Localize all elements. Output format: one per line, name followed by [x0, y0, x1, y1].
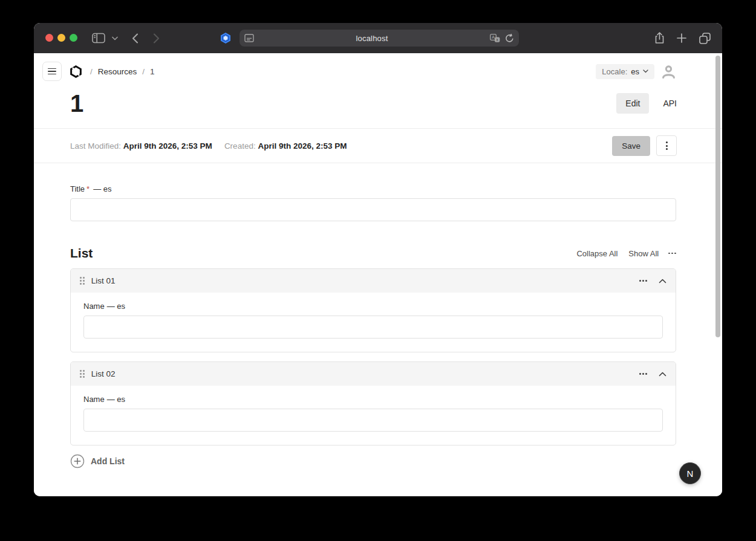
tab-api[interactable]: API [663, 99, 677, 108]
row-more-options-button[interactable] [639, 373, 647, 375]
list-row-label: List 01 [91, 276, 116, 285]
share-icon[interactable] [654, 23, 665, 53]
breadcrumb-separator: / [90, 67, 93, 76]
sidebar-toggle-icon[interactable] [92, 23, 105, 53]
created-label: Created: [224, 141, 256, 151]
forward-icon[interactable] [153, 23, 160, 53]
list-row-2-body: Name— es [71, 386, 676, 445]
title-field-label: Title*— es [70, 184, 676, 193]
scrollbar-thumb[interactable] [715, 56, 720, 337]
name-input-2[interactable] [83, 409, 663, 432]
breadcrumb-current: 1 [150, 67, 155, 76]
list-section-header: List Collapse All Show All [70, 246, 676, 261]
list-row-label: List 02 [91, 369, 116, 378]
zoom-window-button[interactable] [70, 34, 77, 42]
svg-text:A: A [492, 34, 495, 40]
name-input-1[interactable] [83, 316, 663, 339]
chevron-down-icon [643, 70, 648, 73]
traffic-lights [45, 34, 77, 42]
locale-label: Locale: [602, 67, 627, 76]
address-bar[interactable]: localhost Ax [240, 30, 519, 47]
title-input[interactable] [70, 198, 676, 221]
last-modified-label: Last Modified: [70, 141, 121, 151]
minimize-window-button[interactable] [57, 34, 65, 42]
new-tab-icon[interactable] [677, 23, 686, 53]
kebab-icon [666, 141, 668, 143]
add-list-label: Add List [91, 456, 125, 466]
list-row-1: List 01 Name— es [70, 268, 676, 352]
required-marker: * [86, 184, 90, 193]
document-meta-bar: Last Modified: April 9th 2026, 2:53 PM C… [34, 128, 722, 163]
breadcrumb-separator: / [142, 67, 145, 76]
created-value: April 9th 2026, 2:53 PM [258, 141, 347, 151]
url-text[interactable]: localhost [254, 34, 490, 43]
drag-handle-icon[interactable] [80, 370, 85, 378]
list-row-2: List 02 Name— es [70, 361, 676, 445]
doc-more-options-button[interactable] [656, 135, 677, 156]
nextjs-dev-badge[interactable]: N [679, 462, 701, 484]
collapse-all-button[interactable]: Collapse All [576, 249, 618, 258]
list-row-2-header[interactable]: List 02 [71, 362, 676, 386]
page-content: / Resources / 1 Locale: es 1 Edit API [34, 53, 722, 496]
row-more-options-button[interactable] [639, 280, 647, 282]
locale-selector[interactable]: Locale: es [596, 64, 654, 79]
created: Created: April 9th 2026, 2:53 PM [224, 141, 347, 151]
chevron-up-icon[interactable] [659, 279, 666, 283]
reload-icon[interactable] [505, 34, 514, 43]
breadcrumb: / Resources / 1 [90, 67, 155, 76]
translate-icon[interactable]: Ax [490, 34, 500, 42]
save-button[interactable]: Save [612, 136, 650, 156]
site-favicon [220, 23, 232, 53]
browser-window: localhost Ax [34, 23, 722, 496]
locale-value: es [631, 67, 639, 76]
chevron-up-icon[interactable] [659, 372, 666, 377]
name-field-label: Name— es [83, 302, 663, 311]
list-row-1-header[interactable]: List 01 [71, 269, 676, 293]
name-field-label: Name— es [83, 395, 663, 404]
plus-circle-icon [70, 454, 85, 468]
reader-icon[interactable] [244, 34, 254, 42]
drag-handle-icon[interactable] [80, 277, 85, 285]
browser-toolbar: localhost Ax [34, 23, 722, 53]
sidebar-chevron-down-icon[interactable] [112, 23, 118, 53]
app-header: / Resources / 1 Locale: es [34, 53, 722, 82]
page-title: 1 [70, 90, 83, 117]
list-more-options-button[interactable] [668, 253, 676, 254]
back-icon[interactable] [132, 23, 138, 53]
tab-edit[interactable]: Edit [616, 93, 649, 114]
show-all-button[interactable]: Show All [628, 249, 659, 258]
last-modified-value: April 9th 2026, 2:53 PM [123, 141, 212, 151]
add-list-button[interactable]: Add List [70, 454, 125, 468]
breadcrumb-resources-link[interactable]: Resources [98, 67, 137, 76]
edit-form: Title*— es List Collapse All Show All Li… [34, 184, 722, 468]
nav-menu-button[interactable] [42, 62, 62, 81]
document-title-row: 1 Edit API [34, 82, 722, 117]
tabs-overview-icon[interactable] [699, 23, 711, 53]
hamburger-icon [48, 68, 56, 70]
list-heading: List [70, 246, 93, 261]
account-avatar[interactable] [660, 63, 677, 80]
close-window-button[interactable] [45, 34, 53, 42]
payload-logo[interactable] [70, 65, 82, 78]
list-row-1-body: Name— es [71, 293, 676, 352]
last-modified: Last Modified: April 9th 2026, 2:53 PM [70, 141, 212, 151]
